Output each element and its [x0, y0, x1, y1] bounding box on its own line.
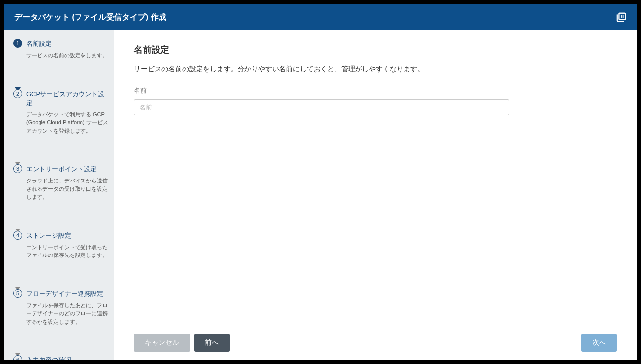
step-number-badge: 4 [13, 231, 22, 240]
cancel-button[interactable]: キャンセル [134, 334, 190, 352]
step-title: フローデザイナー連携設定 [26, 289, 108, 298]
step-description: サービスの名前の設定をします。 [26, 51, 108, 60]
step-title: エントリーポイント設定 [26, 164, 108, 174]
step-description: データバケットで利用する GCP (Google Cloud Platform)… [26, 110, 108, 135]
prev-button[interactable]: 前へ [194, 334, 230, 352]
step-number-badge: 1 [13, 39, 22, 48]
wizard-footer: キャンセル 前へ 次へ [114, 326, 637, 360]
step-title: 入力内容の確認 [26, 355, 108, 360]
app-window: データバケット (ファイル受信タイプ) 作成 1 名前設定 サービスの名前の設定… [4, 4, 637, 360]
step-connector [18, 241, 18, 290]
name-input[interactable] [134, 99, 509, 115]
wizard-step-2[interactable]: 2 GCPサービスアカウント設定 データバケットで利用する GCP (Googl… [13, 89, 108, 160]
content-area: 名前設定 サービスの名前の設定をします。分かりやすい名前にしておくと、管理がしや… [114, 30, 637, 326]
header-bar: データバケット (ファイル受信タイプ) 作成 [4, 4, 637, 30]
step-description: ファイルを保存したあとに、フローデザイナーのどのフローに連携するかを設定します。 [26, 301, 108, 326]
content-heading: 名前設定 [134, 44, 617, 56]
wizard-step-1[interactable]: 1 名前設定 サービスの名前の設定をします。 [13, 39, 108, 84]
wizard-step-6[interactable]: 6 入力内容の確認 [13, 355, 108, 360]
wizard-step-4[interactable]: 4 ストレージ設定 エントリーポイントで受け取ったファイルの保存先を設定します。 [13, 231, 108, 284]
step-connector [18, 174, 18, 232]
page-title: データバケット (ファイル受信タイプ) 作成 [14, 12, 166, 23]
step-number-badge: 3 [13, 164, 22, 173]
body: 1 名前設定 サービスの名前の設定をします。 2 GCPサービスアカウント設定 … [4, 30, 637, 360]
content-lead: サービスの名前の設定をします。分かりやすい名前にしておくと、管理がしやすくなりま… [134, 65, 617, 73]
step-number-badge: 5 [13, 289, 22, 298]
step-number-badge: 6 [13, 355, 22, 360]
main-panel: 名前設定 サービスの名前の設定をします。分かりやすい名前にしておくと、管理がしや… [114, 30, 637, 360]
step-title: 名前設定 [26, 39, 108, 48]
wizard-step-5[interactable]: 5 フローデザイナー連携設定 ファイルを保存したあとに、フローデザイナーのどのフ… [13, 289, 108, 351]
step-description: エントリーポイントで受け取ったファイルの保存先を設定します。 [26, 243, 108, 259]
next-button[interactable]: 次へ [581, 334, 617, 352]
wizard-sidebar: 1 名前設定 サービスの名前の設定をします。 2 GCPサービスアカウント設定 … [4, 30, 114, 360]
step-connector [18, 99, 18, 166]
step-title: GCPサービスアカウント設定 [26, 89, 108, 108]
name-field-label: 名前 [134, 86, 617, 95]
step-connector [18, 49, 18, 90]
step-title: ストレージ設定 [26, 231, 108, 240]
library-icon[interactable] [616, 12, 627, 23]
step-connector [18, 299, 18, 357]
step-number-badge: 2 [13, 89, 22, 98]
step-description: クラウド上に、デバイスから送信されるデータの受け取り口を設定します。 [26, 177, 108, 201]
wizard-step-3[interactable]: 3 エントリーポイント設定 クラウド上に、デバイスから送信されるデータの受け取り… [13, 164, 108, 226]
